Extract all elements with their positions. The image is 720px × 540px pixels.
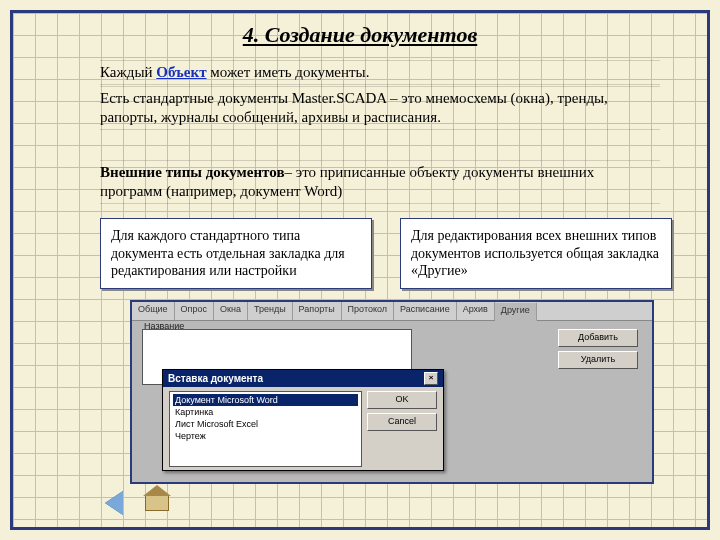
object-link[interactable]: Объект bbox=[156, 64, 206, 80]
tab-trends[interactable]: Тренды bbox=[248, 302, 293, 320]
app-body: Название Добавить Удалить Вставка докуме… bbox=[132, 321, 652, 483]
page-title: 4. Создание документов bbox=[0, 22, 720, 48]
list-item[interactable]: Чертеж bbox=[173, 430, 358, 442]
tab-schedule[interactable]: Расписание bbox=[394, 302, 457, 320]
delete-button[interactable]: Удалить bbox=[558, 351, 638, 369]
dialog-list[interactable]: Документ Microsoft Word Картинка Лист Mi… bbox=[169, 391, 362, 467]
paragraph-1: Каждый Объект может иметь документы. bbox=[100, 60, 660, 85]
list-item[interactable]: Документ Microsoft Word bbox=[173, 394, 358, 406]
paragraph-2: Есть стандартные документы Master.SCADA … bbox=[100, 86, 660, 130]
insert-document-dialog: Вставка документа × Документ Microsoft W… bbox=[162, 369, 444, 471]
side-buttons: Добавить Удалить bbox=[558, 329, 638, 373]
text-bold: Внешние типы документов bbox=[100, 164, 285, 180]
list-item[interactable]: Лист Microsoft Excel bbox=[173, 418, 358, 430]
dialog-body: Документ Microsoft Word Картинка Лист Mi… bbox=[163, 387, 443, 477]
callout-right: Для редактирования всех внешних типов до… bbox=[400, 218, 672, 289]
tab-bar: Общие Опрос Окна Тренды Рапорты Протокол… bbox=[132, 302, 652, 321]
text: может иметь документы. bbox=[207, 64, 370, 80]
tab-other[interactable]: Другие bbox=[495, 303, 537, 321]
dialog-buttons: OK Cancel bbox=[367, 391, 437, 435]
dialog-title-text: Вставка документа bbox=[168, 373, 263, 384]
home-icon[interactable] bbox=[145, 495, 169, 511]
app-window: Общие Опрос Окна Тренды Рапорты Протокол… bbox=[130, 300, 654, 484]
ok-button[interactable]: OK bbox=[367, 391, 437, 409]
text: Каждый bbox=[100, 64, 156, 80]
callout-left: Для каждого стандартного типа документа … bbox=[100, 218, 372, 289]
tab-windows[interactable]: Окна bbox=[214, 302, 248, 320]
list-item[interactable]: Картинка bbox=[173, 406, 358, 418]
tab-protocol[interactable]: Протокол bbox=[342, 302, 394, 320]
tab-reports[interactable]: Рапорты bbox=[293, 302, 342, 320]
add-button[interactable]: Добавить bbox=[558, 329, 638, 347]
tab-poll[interactable]: Опрос bbox=[175, 302, 214, 320]
cancel-button[interactable]: Cancel bbox=[367, 413, 437, 431]
tab-archive[interactable]: Архив bbox=[457, 302, 495, 320]
tab-general[interactable]: Общие bbox=[132, 302, 175, 320]
paragraph-3: Внешние типы документов– это приписанные… bbox=[100, 160, 660, 204]
close-icon[interactable]: × bbox=[424, 372, 438, 385]
back-icon[interactable] bbox=[105, 491, 123, 515]
nav-icons bbox=[105, 491, 169, 515]
dialog-titlebar: Вставка документа × bbox=[163, 370, 443, 387]
